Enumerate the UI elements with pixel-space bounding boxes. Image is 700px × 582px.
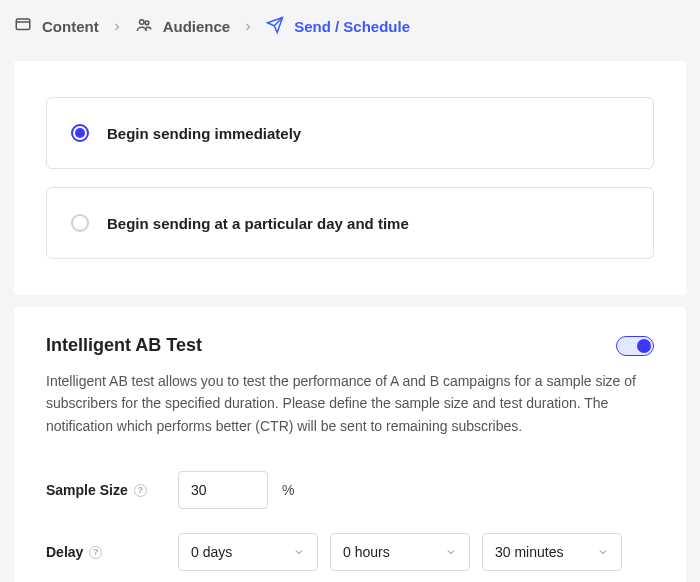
delay-hours-select[interactable]: 0 hours <box>330 533 470 571</box>
percent-unit: % <box>282 482 294 498</box>
option-immediate[interactable]: Begin sending immediately <box>46 97 654 169</box>
chevron-right-icon <box>242 21 254 33</box>
delay-selects: 0 days 0 hours 30 minutes <box>178 533 622 571</box>
radio-unchecked-icon <box>71 214 89 232</box>
svg-point-1 <box>139 20 144 25</box>
delay-minutes-select[interactable]: 30 minutes <box>482 533 622 571</box>
ab-test-description: Intelligent AB test allows you to test t… <box>46 370 654 437</box>
ab-test-header: Intelligent AB Test <box>46 335 654 356</box>
send-icon <box>266 16 284 37</box>
breadcrumb-item-audience[interactable]: Audience <box>135 16 231 37</box>
breadcrumb-label: Audience <box>163 18 231 35</box>
audience-icon <box>135 16 153 37</box>
chevron-right-icon <box>111 21 123 33</box>
breadcrumb-label: Send / Schedule <box>294 18 410 35</box>
radio-checked-icon <box>71 124 89 142</box>
sample-size-label: Sample Size ? <box>46 482 164 498</box>
help-icon[interactable]: ? <box>89 546 102 559</box>
chevron-down-icon <box>445 546 457 558</box>
option-label: Begin sending immediately <box>107 125 301 142</box>
chevron-down-icon <box>293 546 305 558</box>
breadcrumb-item-content[interactable]: Content <box>14 16 99 37</box>
delay-days-select[interactable]: 0 days <box>178 533 318 571</box>
breadcrumb-item-send-schedule[interactable]: Send / Schedule <box>266 16 410 37</box>
sample-size-text: Sample Size <box>46 482 128 498</box>
delay-text: Delay <box>46 544 83 560</box>
delay-row: Delay ? 0 days 0 hours 30 minutes <box>46 533 654 571</box>
svg-point-2 <box>145 21 149 25</box>
option-label: Begin sending at a particular day and ti… <box>107 215 409 232</box>
sample-size-row: Sample Size ? % <box>46 471 654 509</box>
delay-days-value: 0 days <box>191 544 232 560</box>
help-icon[interactable]: ? <box>134 484 147 497</box>
svg-rect-0 <box>16 19 30 30</box>
scheduling-card: Begin sending immediately Begin sending … <box>14 61 686 295</box>
sample-size-input[interactable] <box>178 471 268 509</box>
ab-test-toggle[interactable] <box>616 336 654 356</box>
breadcrumb-label: Content <box>42 18 99 35</box>
delay-minutes-value: 30 minutes <box>495 544 563 560</box>
breadcrumb: Content Audience Send / Schedule <box>0 0 700 53</box>
chevron-down-icon <box>597 546 609 558</box>
delay-hours-value: 0 hours <box>343 544 390 560</box>
delay-label: Delay ? <box>46 544 164 560</box>
ab-test-title: Intelligent AB Test <box>46 335 202 356</box>
option-later[interactable]: Begin sending at a particular day and ti… <box>46 187 654 259</box>
ab-test-section: Intelligent AB Test Intelligent AB test … <box>14 307 686 582</box>
content-icon <box>14 16 32 37</box>
